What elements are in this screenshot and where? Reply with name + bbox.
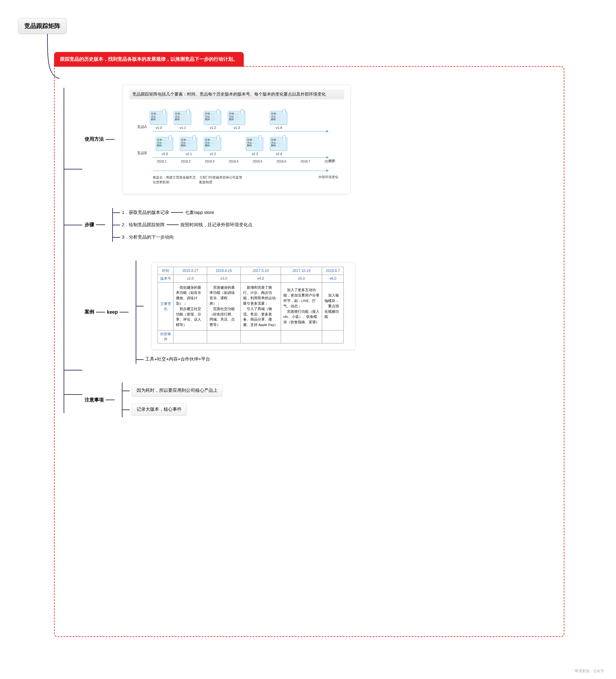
version-slot: 新增：…优化：…删除：…v2.4: [270, 137, 288, 156]
case-summary: 工具+社交+内容+合作伙伴=平台: [142, 356, 355, 362]
step-text: 1．获取竞品的版本记录: [122, 210, 169, 216]
month-label: 2018.1: [153, 160, 171, 163]
cell-event: [173, 330, 207, 344]
tree-root: 跟踪竞品的历史版本，找到竞品各版本的发展规律，以推测竞品下一步的行动计划。 使用…: [18, 22, 598, 637]
row-b-label: 竞品B: [135, 151, 150, 156]
case-summary-text: 工具+社交+内容+合作伙伴=平台: [145, 354, 210, 364]
month-label: 2018.4: [225, 160, 243, 163]
env-col2: 七部门印发融资担保公司监管配套制度: [199, 175, 246, 185]
version-label: v1.4: [270, 126, 288, 129]
branch-steps: 步骤 1．获取竞品的版本记录七麦/app store2．绘制竞品跟踪矩阵按照时间…: [73, 203, 552, 247]
case-table-wrap: 时间2015.8.272016.4.152017.5.102017.10.192…: [142, 262, 355, 350]
branch-usage: 使用方法 竞品跟踪矩阵包括几个要素：时间、竞品每个历史版本的版本号、每个版本的变…: [73, 85, 552, 194]
matrix-header: 竞品跟踪矩阵包括几个要素：时间、竞品每个历史版本的版本号、每个版本的变化要点以及…: [129, 89, 344, 99]
version-slot: 新增：…优化：…删除：…v1.1: [174, 111, 192, 129]
matrix-card: 竞品跟踪矩阵包括几个要素：时间、竞品每个历史版本的版本号、每个版本的变化要点以及…: [123, 85, 351, 194]
step-item: 2．绘制竞品跟踪矩阵按照时间线，且记录外部环境变化点: [119, 222, 252, 228]
matrix-row-b: 竞品B 新增：…优化：…删除：…v2.0新增：…优化：…删除：…v2.1新增：……: [135, 137, 338, 156]
change-card: 新增：…优化：…删除：…: [174, 111, 191, 125]
branch-notes: 注意事项 因为耗时，所以要应用到公司核心产品上记录大版本，核心事件: [73, 378, 552, 422]
step-text: 3．分析竞品的下一步动向: [122, 234, 174, 240]
label-case: 案例: [84, 309, 94, 315]
version-label: v2.2: [204, 152, 222, 156]
row-a-label: 竞品A: [135, 124, 150, 129]
change-card: 新增：…优化：…删除：…: [204, 111, 221, 125]
step-tail: 按照时间线，且记录外部环境变化点: [180, 222, 252, 228]
note-item: 记录大版本，核心事件: [129, 403, 223, 416]
cell-event: [240, 330, 281, 344]
change-card: 新增：…优化：…删除：…: [270, 111, 287, 125]
cell-change: 完善健身的基本功能（如训练音乐、课程表）； 完善社交功能（好友排行榜、同城、关注…: [207, 283, 241, 330]
cell-date: 2018.8.7: [322, 267, 344, 274]
cell-change: 优化健身的基本功能（如音乐播放、训练计划）； 初步建立社交功能（发现、分享、评论…: [173, 283, 207, 330]
version-label: v2.0: [156, 152, 174, 156]
version-slot: 新增：…优化：…删除：…v1.2: [204, 111, 222, 129]
version-slot: 新增：…优化：…删除：…v1.4: [270, 111, 288, 129]
note-item: 因为耗时，所以要应用到公司核心产品上: [129, 384, 223, 396]
version-slot: 新增：…优化：…删除：…v1.3: [228, 111, 246, 129]
change-card: 新增：…优化：…删除：…: [228, 111, 245, 125]
notes-list: 因为耗时，所以要应用到公司核心产品上记录大版本，核心事件: [122, 378, 223, 422]
month-label: 2018.2: [177, 160, 195, 163]
change-card: 新增：…优化：…删除：…: [180, 137, 197, 151]
cell-change: 加入了更多互动功能，更加注重用户分享环节，如：LIVE、打气、动态； 完善骑行功…: [281, 283, 322, 330]
cell-date: 2017.10.19: [281, 267, 322, 274]
version-slot: 新增：…优化：…删除：…v2.1: [180, 137, 198, 156]
cell-version: v5.0: [281, 274, 322, 283]
step-item: 1．获取竞品的版本记录七麦/app store: [119, 210, 252, 216]
label-steps: 步骤: [84, 222, 94, 228]
cell-change: 新增和完善了骑行、计步、跑步功能，利用简单的运动吸引更多流量； 引入了商城（物流…: [240, 283, 281, 330]
th-changes: 主要变化: [158, 283, 173, 330]
cell-event: [281, 330, 322, 344]
cell-version: v2.0: [173, 274, 207, 283]
table-card: 时间2015.8.272016.4.152017.5.102017.10.192…: [151, 262, 355, 350]
cell-change: 加入瑜伽模块； 重点强化视频功能: [322, 283, 344, 330]
cell-version: v3.0: [207, 274, 241, 283]
cell-event: [322, 330, 344, 344]
note-text: 因为耗时，所以要应用到公司核心产品上: [132, 384, 223, 396]
month-label: 2018.7: [297, 160, 315, 163]
matrix-row-a: 竞品A 新增：…优化：…删除：…v1.0新增：…优化：…删除：…v1.1新增：……: [135, 111, 338, 129]
version-slot: 新增：…优化：…删除：…v1.0: [150, 111, 168, 129]
change-card: 新增：…优化：…删除：…: [246, 137, 263, 151]
matrix-body: 竞品A 新增：…优化：…删除：…v1.0新增：…优化：…删除：…v1.1新增：……: [129, 105, 344, 188]
env-row: 银监会：将建立普惠金融常态化督察机制 七部门印发融资担保公司监管配套制度 外部环…: [135, 175, 338, 185]
version-label: v1.3: [228, 126, 246, 129]
cell-version: v6.0: [322, 274, 344, 283]
version-slot: 新增：…优化：…删除：…v2.3: [246, 137, 264, 156]
cell-date: 2015.8.27: [173, 267, 207, 274]
red-title: 跟踪竞品的历史版本，找到竞品各版本的发展规律，以推测竞品下一步的行动计划。: [54, 52, 244, 67]
version-label: v1.2: [204, 126, 222, 129]
version-label: v1.1: [174, 126, 192, 129]
label-usage: 使用方法: [84, 136, 104, 142]
change-card: 新增：…优化：…删除：…: [156, 137, 173, 151]
cell-event: [207, 330, 241, 344]
month-label: 2018.5: [248, 160, 267, 163]
red-container: 使用方法 竞品跟踪矩阵包括几个要素：时间、竞品每个历史版本的版本号、每个版本的变…: [54, 66, 564, 637]
cell-version: v4.0: [240, 274, 281, 283]
th-version: 版本号: [158, 274, 173, 283]
case-product: keep: [107, 310, 118, 315]
step-text: 2．绘制竞品跟踪矩阵: [122, 222, 165, 228]
version-slot: 新增：…优化：…删除：…v2.0: [156, 137, 174, 156]
version-label: v2.1: [180, 152, 198, 156]
month-label: 2018.6: [273, 160, 290, 163]
branch-case: 案例 keep 时间2015.8.272016.4.152017.5.10201…: [73, 256, 552, 369]
cell-date: 2016.4.15: [207, 267, 241, 274]
note-text: 记录大版本，核心事件: [132, 403, 187, 416]
change-card: 新增：…优化：…删除：…: [204, 137, 221, 151]
step-tail: 七麦/app store: [185, 210, 214, 216]
change-card: 新增：…优化：…删除：…: [270, 137, 287, 151]
env-col1: 银监会：将建立普惠金融常态化督察机制: [153, 175, 199, 185]
th-time: 时间: [158, 267, 173, 274]
env-label: 外部环境变化: [318, 175, 338, 185]
cell-date: 2017.5.10: [240, 267, 281, 274]
steps-list: 1．获取竞品的版本记录七麦/app store2．绘制竞品跟踪矩阵按照时间线，且…: [112, 203, 252, 247]
version-slot: 新增：…优化：…删除：…v2.2: [204, 137, 222, 156]
version-label: v2.4: [270, 152, 288, 156]
version-label: v2.3: [246, 152, 264, 156]
main-children: 使用方法 竞品跟踪矩阵包括几个要素：时间、竞品每个历史版本的版本号、每个版本的变…: [55, 85, 552, 422]
step-item: 3．分析竞品的下一步动向: [119, 234, 252, 240]
case-table: 时间2015.8.272016.4.152017.5.102017.10.192…: [158, 267, 344, 344]
change-card: 新增：…优化：…删除：…: [150, 111, 167, 125]
